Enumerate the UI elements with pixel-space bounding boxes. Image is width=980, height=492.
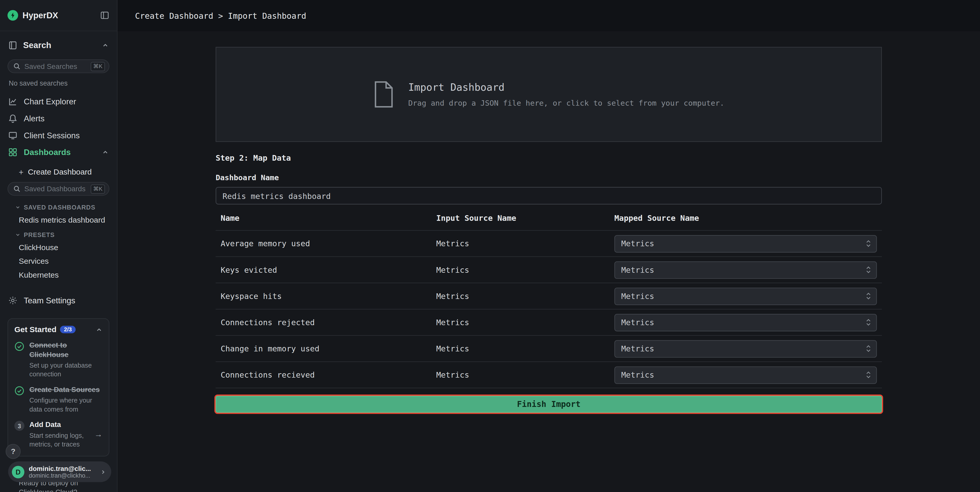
user-name: dominic.tran@clic... [29, 465, 95, 472]
sidebar-item-team-settings[interactable]: Team Settings [0, 292, 117, 309]
group-header-label: SAVED DASHBOARDS [24, 204, 95, 211]
chevron-right-icon [100, 469, 106, 475]
get-started-header[interactable]: Get Started 2/3 [14, 325, 102, 334]
search-section-label: Search [23, 40, 51, 49]
saved-searches-placeholder: Saved Searches [24, 62, 87, 70]
user-email: dominic.tran@clickho... [29, 472, 95, 479]
select-value: Metrics [621, 370, 654, 379]
chevron-updown-icon [865, 370, 871, 379]
mapped-source-select[interactable]: Metrics [614, 340, 877, 357]
row-name: Connections recieved [221, 370, 436, 379]
group-header-label: PRESETS [24, 231, 54, 238]
column-header-name: Name [221, 213, 436, 222]
magnifier-icon [13, 185, 21, 193]
table-row: Keys evicted Metrics Metrics [216, 257, 882, 283]
sidebar-item-label: Chart Explorer [24, 97, 76, 106]
sidebar-item-redis-dashboard[interactable]: Redis metrics dashboard [0, 213, 117, 227]
arrow-right-icon[interactable]: → [94, 430, 102, 439]
chevron-up-icon [95, 326, 102, 333]
table-row: Connections rejected Metrics Metrics [216, 309, 882, 336]
mapped-source-select[interactable]: Metrics [614, 366, 877, 384]
chevron-updown-icon [865, 344, 871, 353]
sidebar-item-label: Alerts [24, 114, 45, 123]
sidebar-item-client-sessions[interactable]: Client Sessions [0, 127, 117, 144]
no-saved-searches-text: No saved searches [0, 77, 117, 93]
mapped-source-select[interactable]: Metrics [614, 314, 877, 331]
row-input-source: Metrics [436, 370, 614, 379]
step-title: Create Data Sources [29, 385, 102, 394]
get-started-step-sources[interactable]: Create Data Sources Configure where your… [14, 385, 102, 413]
step-subtitle: Set up your database connection [29, 361, 102, 378]
column-header-input-source: Input Source Name [436, 213, 614, 222]
mapped-source-select[interactable]: Metrics [614, 287, 877, 305]
get-started-card: Get Started 2/3 Connect to ClickHouse Se… [8, 318, 109, 457]
row-name: Keys evicted [221, 265, 436, 274]
table-row: Change in memory used Metrics Metrics [216, 336, 882, 362]
help-button[interactable]: ? [6, 444, 21, 459]
mapped-source-select[interactable]: Metrics [614, 235, 877, 252]
dropzone-subtitle: Drag and drop a JSON file here, or click… [408, 99, 724, 107]
step-title: Connect to ClickHouse [29, 341, 102, 360]
row-input-source: Metrics [436, 239, 614, 248]
chevron-up-icon [102, 41, 109, 49]
avatar: D [12, 465, 24, 478]
sidebar-item-chart-explorer[interactable]: Chart Explorer [0, 93, 117, 110]
saved-dashboards-group-header[interactable]: SAVED DASHBOARDS [0, 199, 117, 213]
check-circle-icon [14, 386, 24, 396]
dashboard-name-label: Dashboard Name [216, 173, 882, 182]
select-value: Metrics [621, 344, 654, 353]
dashboard-name-input[interactable] [216, 187, 882, 204]
finish-import-button[interactable]: Finish Import [216, 396, 882, 413]
step-title: Add Data [29, 420, 89, 430]
check-circle-icon [14, 341, 24, 351]
step-subtitle: Configure where your data comes from [29, 396, 102, 413]
import-dropzone[interactable]: Import Dashboard Drag and drop a JSON fi… [216, 47, 882, 142]
sidebar-item-preset-clickhouse[interactable]: ClickHouse [0, 240, 117, 255]
chevron-updown-icon [865, 239, 871, 248]
search-section-icon [8, 40, 18, 49]
grid-icon [8, 148, 18, 157]
table-row: Average memory used Metrics Metrics [216, 231, 882, 257]
app-window: HyperDX Search Saved Searches ⌘K No save… [0, 0, 980, 492]
collapse-sidebar-icon[interactable] [100, 11, 109, 20]
row-name: Connections rejected [221, 318, 436, 327]
shortcut-badge: ⌘K [91, 184, 105, 193]
sidebar-item-label: Client Sessions [24, 131, 80, 140]
create-dashboard-button[interactable]: + Create Dashboard [0, 162, 117, 181]
select-value: Metrics [621, 318, 654, 327]
row-input-source: Metrics [436, 318, 614, 327]
shortcut-badge: ⌘K [91, 62, 105, 71]
chevron-down-icon [15, 232, 21, 237]
magnifier-icon [13, 62, 21, 70]
user-menu[interactable]: D dominic.tran@clic... dominic.tran@clic… [8, 462, 111, 482]
topbar: Create Dashboard > Import Dashboard [118, 0, 980, 31]
row-name: Keyspace hits [221, 291, 436, 301]
bell-icon [8, 114, 18, 123]
sidebar-item-label: Dashboards [24, 148, 71, 157]
saved-dashboards-input[interactable]: Saved Dashboards ⌘K [8, 182, 109, 196]
sidebar-item-preset-services[interactable]: Services [0, 255, 117, 268]
get-started-step-add-data[interactable]: 3 Add Data Start sending logs, metrics, … [14, 420, 102, 448]
sidebar-section-search[interactable]: Search [0, 31, 117, 59]
chevron-down-icon [15, 204, 21, 210]
saved-dashboards-placeholder: Saved Dashboards [24, 185, 87, 193]
progress-badge: 2/3 [60, 326, 76, 333]
step-subtitle: Start sending logs, metrics, or traces [29, 431, 89, 448]
team-settings-label: Team Settings [24, 296, 75, 305]
sidebar-item-preset-kubernetes[interactable]: Kubernetes [0, 268, 117, 282]
select-value: Metrics [621, 265, 654, 274]
saved-searches-input[interactable]: Saved Searches ⌘K [8, 59, 109, 73]
select-value: Metrics [621, 291, 654, 301]
presets-group-header[interactable]: PRESETS [0, 227, 117, 241]
sidebar-item-dashboards[interactable]: Dashboards [0, 144, 117, 161]
table-row: Keyspace hits Metrics Metrics [216, 283, 882, 309]
sidebar-item-alerts[interactable]: Alerts [0, 110, 117, 127]
mapped-source-select[interactable]: Metrics [614, 261, 877, 279]
map-table-header: Name Input Source Name Mapped Source Nam… [216, 204, 882, 231]
step-heading: Step 2: Map Data [216, 153, 882, 162]
get-started-title: Get Started [14, 325, 57, 334]
dropzone-title: Import Dashboard [408, 81, 724, 93]
get-started-step-connect[interactable]: Connect to ClickHouse Set up your databa… [14, 341, 102, 378]
select-value: Metrics [621, 239, 654, 248]
sidebar: HyperDX Search Saved Searches ⌘K No save… [0, 0, 118, 492]
